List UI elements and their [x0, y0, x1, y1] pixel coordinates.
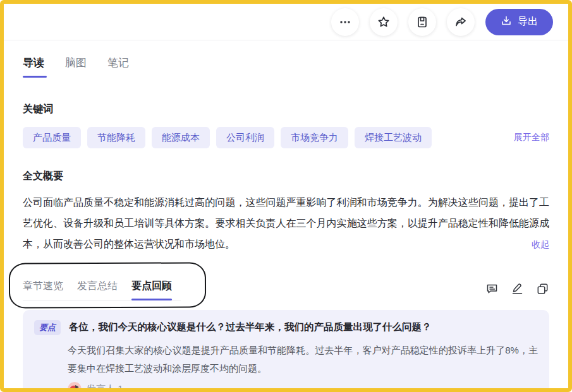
- keywords-heading: 关键词: [23, 103, 549, 116]
- share-button[interactable]: [447, 8, 475, 36]
- tab-label: 脑图: [65, 57, 87, 69]
- summary-heading: 全文概要: [23, 170, 549, 183]
- save-button[interactable]: [408, 8, 436, 36]
- speaker-avatar[interactable]: [68, 382, 82, 392]
- card-header: 要点 各位，我们今天的核心议题是什么？过去半年来，我们的产品质量出现了什么问题？: [34, 319, 538, 335]
- main-content: 导读 脑图 笔记 关键词 产品质量 节能降耗 能源成本 公司利润 市场竞争力 焊…: [4, 56, 568, 392]
- save-icon: [415, 15, 429, 29]
- share-icon: [454, 15, 468, 29]
- app-window: 导出 导读 脑图 笔记 关键词 产品质量 节能降耗 能源成本 公司利润: [0, 0, 572, 392]
- section-tab-area: 章节速览 发言总结 要点回顾: [23, 280, 549, 300]
- more-button[interactable]: [331, 8, 359, 36]
- tab-biji[interactable]: 笔记: [107, 56, 129, 78]
- keywords-row: 产品质量 节能降耗 能源成本 公司利润 市场竞争力 焊接工艺波动 展开全部: [23, 127, 549, 148]
- key-point-badge: 要点: [34, 320, 61, 335]
- tab-chapter-overview[interactable]: 章节速览: [23, 280, 63, 300]
- tab-key-points[interactable]: 要点回顾: [131, 280, 172, 300]
- keyword-chips: 产品质量 节能降耗 能源成本 公司利润 市场竞争力 焊接工艺波动: [23, 127, 432, 148]
- tab-daodu[interactable]: 导读: [23, 56, 44, 78]
- more-icon: [339, 16, 351, 28]
- collapse-link[interactable]: 收起: [525, 239, 549, 251]
- favorite-button[interactable]: [370, 8, 398, 36]
- key-point-answer: 今天我们召集大家的核心议题是提升产品质量和节能降耗。过去半年，客户对产品稳定性的…: [68, 341, 538, 377]
- export-button[interactable]: 导出: [485, 9, 553, 35]
- keyword-chip[interactable]: 公司利润: [216, 127, 274, 148]
- summary-block: 公司面临产品质量不稳定和能源消耗过高的问题，这些问题严重影响了利润和市场竞争力。…: [23, 192, 549, 254]
- speaker-row: 发言人 1: [68, 382, 538, 392]
- key-point-question: 各位，我们今天的核心议题是什么？过去半年来，我们的产品质量出现了什么问题？: [69, 319, 432, 335]
- tab-label: 发言总结: [77, 280, 118, 291]
- tab-label: 章节速览: [23, 280, 63, 291]
- copy-icon[interactable]: [535, 282, 549, 295]
- key-point-card: 要点 各位，我们今天的核心议题是什么？过去半年来，我们的产品质量出现了什么问题？…: [23, 310, 549, 392]
- keyword-chip[interactable]: 市场竞争力: [281, 127, 348, 148]
- summary-text: 公司面临产品质量不稳定和能源消耗过高的问题，这些问题严重影响了利润和市场竞争力。…: [23, 192, 549, 254]
- export-label: 导出: [518, 15, 538, 28]
- keyword-chip[interactable]: 节能降耗: [87, 127, 145, 148]
- content-tools: [485, 282, 549, 295]
- tab-label: 导读: [23, 57, 44, 69]
- speaker-name: 发言人 1: [87, 383, 123, 392]
- keyword-chip[interactable]: 焊接工艺波动: [355, 127, 432, 148]
- download-icon: [501, 15, 512, 29]
- top-toolbar: 导出: [4, 4, 568, 40]
- toolbar-divider: [4, 40, 568, 40]
- tab-speech-summary[interactable]: 发言总结: [77, 280, 118, 300]
- expand-all-link[interactable]: 展开全部: [514, 132, 549, 143]
- tab-naotu[interactable]: 脑图: [65, 56, 87, 78]
- active-tab-underline: [131, 299, 172, 300]
- section-tab-bar: 章节速览 发言总结 要点回顾: [23, 280, 181, 300]
- tab-label: 要点回顾: [131, 280, 172, 291]
- tab-label: 笔记: [107, 57, 129, 69]
- active-tab-underline: [23, 76, 47, 78]
- comment-icon[interactable]: [485, 282, 499, 295]
- keyword-chip[interactable]: 产品质量: [23, 127, 81, 148]
- keyword-chip[interactable]: 能源成本: [152, 127, 210, 148]
- edit-icon[interactable]: [510, 282, 524, 295]
- star-icon: [377, 15, 391, 29]
- main-tab-bar: 导读 脑图 笔记: [23, 56, 549, 78]
